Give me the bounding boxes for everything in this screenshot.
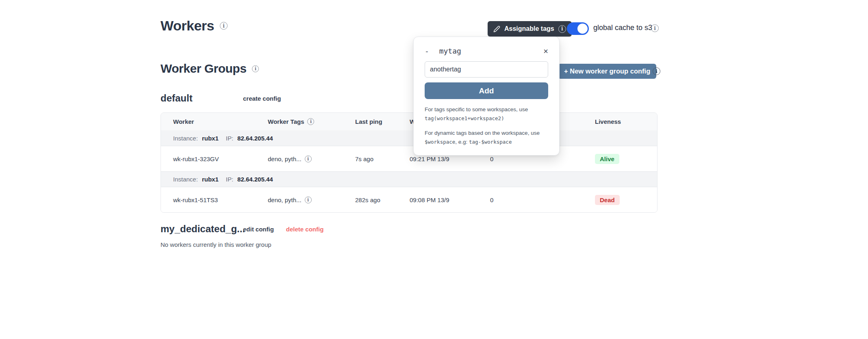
- instance-row: Instance: rubx1 IP: 82.64.205.44: [161, 171, 657, 187]
- help1-text: For tags specific to some workspaces, us…: [425, 106, 528, 112]
- jobs-value: 0: [490, 155, 595, 162]
- worker-tags-cell: deno, pyth... i: [268, 155, 355, 162]
- tag-entry: - mytag: [425, 47, 461, 55]
- assignable-tags-button[interactable]: Assignable tags i: [488, 21, 572, 37]
- col-header-last-ping: Last ping: [355, 118, 410, 125]
- worker-tags-value: deno, pyth...: [268, 196, 302, 203]
- group-name-default: default: [161, 93, 237, 104]
- tag-row: - mytag ×: [425, 47, 548, 55]
- tags-help-workspaces: For tags specific to some workspaces, us…: [425, 105, 548, 123]
- add-tag-button[interactable]: Add: [425, 82, 548, 99]
- worker-tags-cell: deno, pyth... i: [268, 196, 355, 203]
- tag-name: mytag: [439, 47, 461, 55]
- worker-name: wk-rubx1-323GV: [173, 155, 268, 162]
- col-header-worker-tags-label: Worker Tags: [268, 118, 304, 125]
- worker-row: wk-rubx1-323GV deno, pyth... i 7s ago 09…: [161, 146, 657, 171]
- help2-code2: tag-$workspace: [469, 139, 512, 145]
- workers-info-icon[interactable]: i: [220, 22, 228, 30]
- worker-tags-row-info-icon[interactable]: i: [305, 196, 312, 203]
- edit-config-link[interactable]: edit config: [243, 226, 274, 233]
- help2-code1: $workspace: [425, 139, 455, 145]
- worker-row: wk-rubx1-51TS3 deno, pyth... i 282s ago …: [161, 187, 657, 212]
- global-cache-label: global cache to s3: [593, 24, 652, 32]
- workers-table: Worker Worker Tags i Last ping W Livenes…: [161, 112, 658, 213]
- assignable-tags-info-icon[interactable]: i: [558, 25, 566, 33]
- new-worker-group-config-info-icon[interactable]: i: [653, 67, 660, 75]
- assignable-tags-popup: - mytag × Add For tags specific to some …: [413, 37, 560, 155]
- liveness-badge: Alive: [595, 154, 619, 164]
- instance-label: Instance:: [173, 176, 198, 183]
- new-tag-input[interactable]: [425, 61, 548, 78]
- worker-tags-row-info-icon[interactable]: i: [305, 155, 312, 162]
- pencil-icon: [493, 26, 500, 32]
- col-header-worker-tags: Worker Tags i: [268, 118, 355, 125]
- last-ping-value: 282s ago: [355, 196, 410, 203]
- worker-tags-value: deno, pyth...: [268, 155, 302, 162]
- col-header-liveness: Liveness: [595, 118, 657, 125]
- worker-start-value: 09:08 PM 13/9: [410, 196, 490, 203]
- instance-row: Instance: rubx1 IP: 82.64.205.44: [161, 130, 657, 146]
- tag-remove-dash[interactable]: -: [425, 47, 429, 55]
- close-icon[interactable]: ×: [543, 47, 548, 55]
- empty-group-note: No workers currently in this worker grou…: [161, 241, 271, 248]
- global-cache-toggle[interactable]: [567, 22, 589, 35]
- tags-help-dynamic: For dynamic tags based on the workspace,…: [425, 129, 548, 146]
- group-name-dedicated: my_dedicated_g...: [161, 223, 237, 235]
- ip-label: IP:: [226, 176, 233, 183]
- worker-groups-heading: Worker Groups: [161, 62, 246, 76]
- col-header-worker: Worker: [173, 118, 268, 125]
- delete-config-link[interactable]: delete config: [286, 226, 324, 233]
- liveness-badge: Dead: [595, 195, 620, 205]
- instance-label: Instance:: [173, 135, 198, 142]
- global-cache-info-icon[interactable]: i: [651, 24, 659, 32]
- worker-tags-info-icon[interactable]: i: [307, 118, 314, 125]
- help2-mid: , e.g:: [455, 139, 469, 145]
- worker-groups-info-icon[interactable]: i: [252, 65, 259, 72]
- ip-value: 82.64.205.44: [237, 176, 273, 183]
- new-worker-group-config-button[interactable]: + New worker group config: [558, 64, 656, 79]
- instance-name: rubx1: [202, 176, 219, 183]
- jobs-value: 0: [490, 196, 595, 203]
- last-ping-value: 7s ago: [355, 155, 410, 162]
- ip-value: 82.64.205.44: [237, 135, 273, 142]
- worker-name: wk-rubx1-51TS3: [173, 196, 268, 203]
- assignable-tags-label: Assignable tags: [504, 25, 554, 32]
- help1-code: tag(workspace1+workspace2): [425, 115, 504, 121]
- toggle-knob: [577, 24, 588, 34]
- instance-name: rubx1: [202, 135, 219, 142]
- create-config-link[interactable]: create config: [243, 95, 281, 102]
- ip-label: IP:: [226, 135, 233, 142]
- worker-start-value: 09:21 PM 13/9: [410, 155, 490, 162]
- help2-text: For dynamic tags based on the workspace,…: [425, 130, 540, 136]
- page-title: Workers: [161, 18, 214, 34]
- table-header-row: Worker Worker Tags i Last ping W Livenes…: [161, 113, 657, 130]
